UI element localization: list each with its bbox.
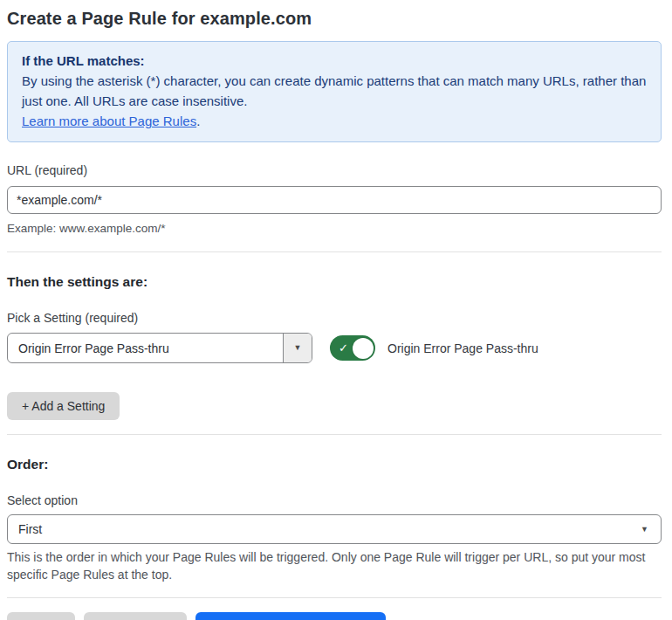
cancel-button[interactable]: Cancel [7,612,75,620]
divider [7,434,662,435]
setting-toggle[interactable]: ✓ [330,335,375,361]
setting-dropdown-arrow-button[interactable]: ▼ [283,334,312,362]
url-input[interactable] [7,186,662,214]
url-example-text: Example: www.example.com/* [7,220,662,238]
chevron-down-icon: ▼ [294,344,302,352]
order-heading: Order: [7,456,662,472]
save-deploy-button[interactable]: Save and Deploy Page Rule [195,612,386,620]
add-setting-button[interactable]: + Add a Setting [7,392,120,420]
create-page-rule-form: Create a Page Rule for example.com If th… [0,0,672,620]
select-option-label: Select option [7,493,662,508]
chevron-down-icon: ▼ [641,526,648,534]
order-select[interactable]: First ▼ [7,514,662,544]
setting-dropdown-value: Origin Error Page Pass-thru [8,334,283,362]
setting-dropdown[interactable]: Origin Error Page Pass-thru ▼ [7,333,312,363]
form-footer: Cancel Save as Draft Save and Deploy Pag… [7,612,662,620]
url-label: URL (required) [7,163,662,178]
divider [7,251,662,252]
toggle-knob [353,338,374,359]
check-icon: ✓ [339,342,348,354]
order-help-text: This is the order in which your Page Rul… [7,548,662,583]
setting-picker: Pick a Setting (required) Origin Error P… [7,290,312,363]
divider [7,597,662,598]
info-box-link-line: Learn more about Page Rules. [22,111,647,131]
pick-setting-label: Pick a Setting (required) [7,311,312,326]
order-select-value: First [18,522,42,536]
info-box-body: By using the asterisk (*) character, you… [22,71,647,111]
link-suffix: . [196,114,200,128]
info-box-heading: If the URL matches: [22,51,647,71]
save-draft-button[interactable]: Save as Draft [84,612,188,620]
url-match-info-box: If the URL matches: By using the asteris… [7,41,662,142]
setting-toggle-group: ✓ Origin Error Page Pass-thru [330,335,538,361]
setting-row: Pick a Setting (required) Origin Error P… [7,290,662,363]
settings-heading: Then the settings are: [7,273,662,290]
page-title: Create a Page Rule for example.com [7,7,662,30]
learn-more-link[interactable]: Learn more about Page Rules [22,114,196,128]
setting-toggle-label: Origin Error Page Pass-thru [387,341,538,355]
